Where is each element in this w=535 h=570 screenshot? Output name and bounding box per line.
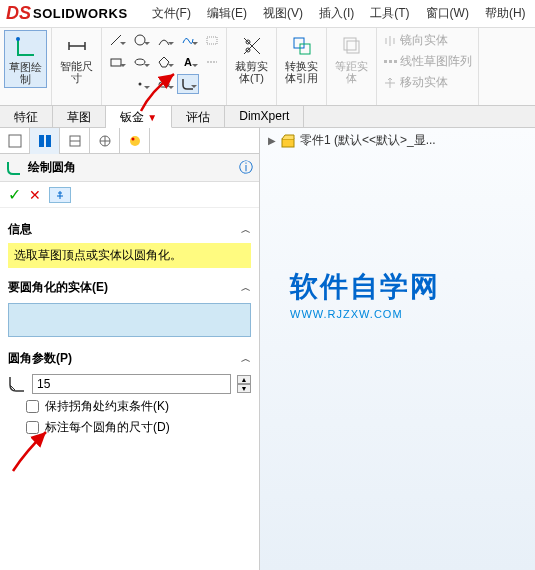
svg-rect-17 [389, 60, 392, 63]
ribbon-group-dimension: 智能尺 寸 [52, 28, 102, 105]
spinner-down[interactable]: ▼ [237, 384, 251, 393]
tree-expand-icon[interactable]: ▶ [268, 135, 276, 146]
svg-rect-12 [294, 38, 304, 48]
panel-tab-dimxpert[interactable] [90, 128, 120, 154]
offset-button[interactable]: 等距实 体 [331, 30, 372, 86]
tab-features[interactable]: 特征 [0, 106, 53, 127]
menu-file[interactable]: 文件(F) [144, 1, 199, 26]
trim-label: 裁剪实 体(T) [235, 60, 268, 84]
panel-tab-appearance[interactable] [120, 128, 150, 154]
info-message: 选取草图顶点或实体以圆角化。 [8, 243, 251, 268]
pushpin-icon [54, 189, 66, 201]
tab-dimxpert[interactable]: DimXpert [225, 106, 304, 127]
titlebar: DS SOLIDWORKS 文件(F) 编辑(E) 视图(V) 插入(I) 工具… [0, 0, 535, 28]
menu-tools[interactable]: 工具(T) [362, 1, 417, 26]
line-tool[interactable] [105, 30, 127, 50]
svg-rect-20 [39, 135, 44, 147]
polygon-tool[interactable] [153, 52, 175, 72]
property-body: 信息 ︿ 选取草图顶点或实体以圆角化。 要圆角化的实体(E) ︿ 圆角参数(P)… [0, 208, 259, 446]
menu-edit[interactable]: 编辑(E) [199, 1, 255, 26]
panel-tab-property[interactable] [30, 128, 60, 154]
menu-bar: 文件(F) 编辑(E) 视图(V) 插入(I) 工具(T) 窗口(W) 帮助(H… [144, 1, 534, 26]
point-tool[interactable] [129, 74, 151, 94]
menu-view[interactable]: 视图(V) [255, 1, 311, 26]
svg-point-5 [135, 59, 145, 65]
keep-constraint-checkbox[interactable] [26, 400, 39, 413]
spinner-up[interactable]: ▲ [237, 375, 251, 384]
entities-selection-box[interactable] [8, 303, 251, 337]
move-icon [383, 76, 397, 90]
property-title: 绘制圆角 [28, 159, 239, 176]
svg-rect-14 [344, 38, 356, 50]
tab-sheetmetal[interactable]: 钣金 ▼ [106, 106, 172, 128]
sketch-button[interactable]: 草图绘 制 [4, 30, 47, 88]
panel-tabs [0, 128, 259, 154]
app-brand: SOLIDWORKS [33, 6, 128, 21]
help-icon[interactable]: ⓘ [239, 159, 253, 177]
cancel-button[interactable]: ✕ [29, 187, 41, 203]
part-name[interactable]: 零件1 (默认<<默认>_显... [300, 132, 436, 149]
tab-evaluate[interactable]: 评估 [172, 106, 225, 127]
dim-each-checkbox[interactable] [26, 421, 39, 434]
fillet-tool[interactable] [177, 74, 199, 94]
construction-tool[interactable] [201, 52, 223, 72]
app-logo: DS SOLIDWORKS [0, 3, 134, 24]
text-tool[interactable]: A [177, 52, 199, 72]
svg-point-27 [130, 136, 140, 146]
fillet-icon [6, 160, 22, 176]
svg-rect-16 [384, 60, 387, 63]
ribbon-group-offset: 等距实 体 [327, 28, 377, 105]
pin-button[interactable] [49, 187, 71, 203]
dim-each-row: 标注每个圆角的尺寸(D) [26, 419, 251, 436]
move-button[interactable]: 移动实体 [383, 74, 448, 91]
ellipse-tool[interactable] [129, 52, 151, 72]
slot-tool[interactable] [153, 74, 175, 94]
radius-spinner: ▲ ▼ [237, 375, 251, 393]
keep-constraint-row: 保持拐角处约束条件(K) [26, 398, 251, 415]
property-header: 绘制圆角 ⓘ [0, 154, 259, 182]
mirror-label: 镜向实体 [400, 32, 448, 49]
mirror-button[interactable]: 镜向实体 [383, 32, 448, 49]
ribbon-group-trim: 裁剪实 体(T) [227, 28, 277, 105]
svg-rect-3 [207, 37, 217, 44]
mirror-icon [383, 34, 397, 48]
params-section: 圆角参数(P) ︿ ▲ ▼ 保持拐角处约束条件(K) [8, 347, 251, 436]
rectangle-dashed-tool[interactable] [201, 30, 223, 50]
menu-insert[interactable]: 插入(I) [311, 1, 362, 26]
svg-point-28 [131, 138, 134, 141]
command-tabs: 特征 草图 钣金 ▼ 评估 DimXpert [0, 106, 535, 128]
ok-button[interactable]: ✓ [8, 185, 21, 204]
menu-window[interactable]: 窗口(W) [418, 1, 477, 26]
circle-tool[interactable] [129, 30, 151, 50]
ribbon-group-convert: 转换实 体引用 [277, 28, 327, 105]
offset-label: 等距实 体 [335, 60, 368, 84]
viewport[interactable]: ▶ 零件1 (默认<<默认>_显... 软件自学网 WWW.RJZXW.COM [260, 128, 535, 570]
svg-point-8 [139, 83, 142, 86]
params-header[interactable]: 圆角参数(P) ︿ [8, 347, 251, 370]
svg-point-0 [16, 37, 20, 41]
rectangle-tool[interactable] [105, 52, 127, 72]
pattern-button[interactable]: 线性草图阵列 [383, 53, 472, 70]
radius-icon [8, 375, 26, 393]
panel-tab-config[interactable] [60, 128, 90, 154]
tab-sketch[interactable]: 草图 [53, 106, 106, 127]
panel-tab-feature[interactable] [0, 128, 30, 154]
watermark-url: WWW.RJZXW.COM [290, 308, 440, 320]
info-label: 信息 [8, 221, 32, 238]
part-icon [280, 133, 296, 149]
arc-tool[interactable] [153, 30, 175, 50]
smart-dimension-button[interactable]: 智能尺 寸 [56, 30, 97, 86]
spline-tool[interactable] [177, 30, 199, 50]
info-section: 信息 ︿ 选取草图顶点或实体以圆角化。 [8, 218, 251, 268]
svg-marker-6 [159, 57, 169, 67]
ribbon: 草图绘 制 智能尺 寸 A [0, 28, 535, 106]
trim-button[interactable]: 裁剪实 体(T) [231, 30, 272, 86]
entities-header[interactable]: 要圆角化的实体(E) ︿ [8, 276, 251, 299]
pattern-icon [383, 55, 397, 69]
sketch-icon [12, 33, 40, 61]
info-header[interactable]: 信息 ︿ [8, 218, 251, 241]
menu-help[interactable]: 帮助(H) [477, 1, 534, 26]
radius-input[interactable] [32, 374, 231, 394]
svg-rect-19 [9, 135, 21, 147]
convert-button[interactable]: 转换实 体引用 [281, 30, 322, 86]
